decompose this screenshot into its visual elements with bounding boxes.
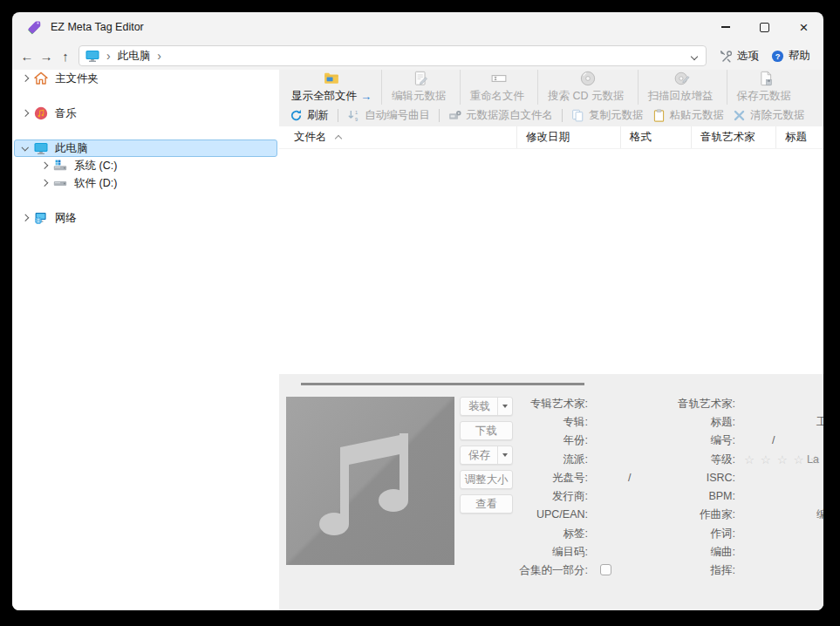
tag-editor-panel: 装载 下载 <box>279 374 823 610</box>
forward-button[interactable]: → <box>37 49 56 64</box>
clipped-label-fragment: 工 <box>816 414 823 429</box>
field-label: 音轨艺术家: <box>678 396 735 411</box>
toolbar-button-label: 保存元数据 <box>737 89 796 104</box>
column-header[interactable]: 音轨艺术家 <box>692 126 776 148</box>
column-header-label: 文件名 <box>294 130 327 145</box>
tree-expand-chevron-icon[interactable] <box>18 71 32 86</box>
toolbar-button-icon <box>324 71 339 86</box>
tree-item[interactable]: 音乐 <box>14 105 277 122</box>
toolbar-small-button-icon <box>733 109 746 122</box>
breadcrumb[interactable]: 此电脑 <box>118 49 151 64</box>
breadcrumb-chevron-icon: › <box>157 50 161 62</box>
svg-text:?: ? <box>775 51 781 60</box>
address-dropdown-icon[interactable] <box>692 54 698 60</box>
column-header[interactable]: 格式 <box>621 126 692 148</box>
toolbar-button[interactable]: 保存元数据 <box>727 70 805 105</box>
tree-item-icon <box>34 106 48 120</box>
tag-field-row: 指挥: <box>279 561 823 580</box>
field-value-input[interactable] <box>741 561 820 580</box>
toolbar-button-icon <box>674 71 690 86</box>
field-value-input[interactable] <box>741 542 820 561</box>
window-title: EZ Meta Tag Editor <box>51 21 144 33</box>
field-label: ISRC: <box>707 472 735 484</box>
close-button[interactable]: × <box>784 12 823 42</box>
toolbar-button[interactable]: 重命名文件 <box>460 70 538 105</box>
panel-splitter-handle[interactable] <box>301 383 584 385</box>
tree-item[interactable]: 系统 (C:) <box>14 157 277 174</box>
toolbar-small-button[interactable]: 19 自动编号曲目 <box>343 108 434 123</box>
tag-field-row: BPM: <box>279 487 823 505</box>
clipped-label-fragment: 编 <box>816 507 823 522</box>
address-bar[interactable]: › 此电脑 › <box>79 45 707 66</box>
toolbar-small-button[interactable]: 清除元数据 <box>728 108 809 123</box>
desktop-background: EZ Meta Tag Editor × ← → ↑ › 此电脑 › 选项 <box>0 0 840 626</box>
column-header[interactable]: 修改日期 <box>517 126 621 148</box>
field-label: 编号: <box>711 433 735 448</box>
field-label: 作词: <box>711 526 735 541</box>
tree-item-icon <box>34 211 48 225</box>
tools-icon <box>720 50 733 63</box>
column-header-label: 修改日期 <box>526 130 570 145</box>
breadcrumb-chevron-icon: › <box>106 50 111 62</box>
field-value-input[interactable] <box>741 394 820 412</box>
tree-expand-chevron-icon[interactable] <box>18 105 32 121</box>
back-button[interactable]: ← <box>17 49 37 64</box>
toolbar-small-button[interactable]: 刷新 <box>285 108 333 123</box>
toolbar-small-button-label: 粘贴元数据 <box>670 108 725 123</box>
this-pc-icon <box>85 49 99 63</box>
tree-item[interactable]: 此电脑 <box>14 139 277 157</box>
toolbar-button[interactable]: 搜索 CD 元数据 <box>537 70 638 105</box>
minimize-icon <box>721 26 730 27</box>
field-value-input[interactable] <box>741 412 820 431</box>
field-label: BPM: <box>708 490 735 502</box>
field-value-input[interactable] <box>741 506 820 524</box>
tree-item[interactable]: 软件 (D:) <box>14 174 277 192</box>
toolbar-small-button[interactable]: 粘贴元数据 <box>648 108 729 123</box>
clipped-label-fragment: La <box>807 453 819 466</box>
maximize-icon <box>760 23 769 32</box>
toolbar-small-button-icon <box>652 109 666 122</box>
toolbar-button[interactable]: 编辑元数据 <box>381 70 460 105</box>
arrow-right-icon: → <box>360 90 372 103</box>
toolbar-separator <box>338 109 338 122</box>
minimize-button[interactable] <box>706 12 745 42</box>
svg-text:9: 9 <box>355 117 358 122</box>
tag-form-right-column: 音轨艺术家: 标题: <box>279 394 823 580</box>
help-label: 帮助 <box>789 49 810 64</box>
toolbar-button[interactable]: 显示全部文件→ <box>282 70 381 105</box>
titlebar[interactable]: EZ Meta Tag Editor × <box>12 12 823 42</box>
file-list[interactable] <box>279 149 823 374</box>
options-button[interactable]: 选项 <box>720 49 759 64</box>
field-value-input[interactable] <box>741 524 820 542</box>
toolbar-small-button[interactable]: 元数据源自文件名 <box>444 108 557 123</box>
tag-field-row: 音轨艺术家: <box>279 394 823 412</box>
tree-expand-chevron-icon[interactable] <box>18 210 32 226</box>
tag-field-row: 作词: <box>279 524 823 542</box>
maximize-button[interactable] <box>745 12 784 42</box>
toolbar-button-icon <box>413 71 428 86</box>
tree-item[interactable]: 网络 <box>14 209 277 227</box>
field-value-input[interactable] <box>741 487 820 505</box>
field-label: 作曲家: <box>700 507 735 522</box>
tree-expand-chevron-icon[interactable] <box>38 158 51 174</box>
folder-tree: 主文件夹 音乐 此电脑 <box>12 70 279 610</box>
toolbar-button-icon <box>580 71 596 86</box>
tree-item-label: 软件 (D:) <box>74 176 117 191</box>
column-header[interactable]: 标题 <box>776 126 823 148</box>
toolbar-button[interactable]: 扫描回放增益 <box>638 70 727 105</box>
up-button[interactable]: ↑ <box>56 49 75 64</box>
toolbar-button-label: 重命名文件 <box>470 89 529 104</box>
field-value-input[interactable] <box>741 432 820 450</box>
tree-item-label: 此电脑 <box>55 141 88 156</box>
toolbar-separator <box>439 109 440 122</box>
field-value-input[interactable] <box>741 468 820 487</box>
tree-expand-chevron-icon[interactable] <box>18 140 32 156</box>
help-button[interactable]: ? 帮助 <box>771 49 810 64</box>
tree-item[interactable]: 主文件夹 <box>14 70 277 87</box>
sort-ascending-icon <box>335 133 343 141</box>
tree-expand-chevron-icon[interactable] <box>38 175 51 191</box>
app-logo-icon <box>26 19 42 35</box>
field-label: 标题: <box>711 414 735 429</box>
column-header[interactable]: 文件名 <box>279 126 517 148</box>
toolbar-small-button[interactable]: 复制元数据 <box>567 108 648 123</box>
